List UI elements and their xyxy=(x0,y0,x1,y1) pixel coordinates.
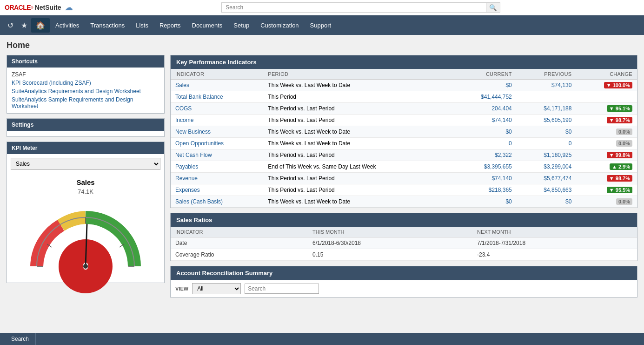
kpi-col-indicator: INDICATOR xyxy=(171,69,263,80)
page-title: Home xyxy=(7,41,637,50)
sr-header-row: INDICATOR THIS MONTH NEXT MONTH xyxy=(171,227,637,237)
kpi-indicator-link[interactable]: Open Opportunities xyxy=(175,140,224,147)
kpi-indicator-link[interactable]: Sales xyxy=(175,82,189,88)
nav-setup[interactable]: Setup xyxy=(228,15,255,35)
nav-transactions[interactable]: Transactions xyxy=(85,15,130,35)
kpi-indicator-link[interactable]: Payables xyxy=(175,163,198,170)
shortcut-suite-analytics-req[interactable]: SuiteAnalytics Requirements and Design W… xyxy=(7,87,164,95)
change-badge: ▼ 98.7% xyxy=(607,117,632,123)
nav-reports[interactable]: Reports xyxy=(154,15,186,35)
kpi-indicator-link[interactable]: Revenue xyxy=(175,175,198,182)
kpi-cell-current: $218,365 xyxy=(451,184,516,196)
kpi-cell-change: ▲ 2.9% xyxy=(576,161,637,173)
kpi-cell-previous: $5,677,474 xyxy=(517,173,577,184)
nav-bar: ↺ ★ 🏠 Activities Transactions Lists Repo… xyxy=(0,15,644,35)
kpi-indicator-link[interactable]: Expenses xyxy=(175,187,200,193)
kpi-cell-period: This Period vs. Last Period xyxy=(263,103,451,115)
kpi-cell-indicator: COGS xyxy=(171,103,263,115)
settings-panel-body xyxy=(7,131,164,136)
kpi-cell-current: 204,404 xyxy=(451,103,516,115)
kpi-meter-select[interactable]: Sales Revenue Expenses Income xyxy=(11,158,160,170)
kpi-table-row: Total Bank BalanceThis Period$41,444,752 xyxy=(171,91,637,103)
kpi-cell-current: $41,444,752 xyxy=(451,91,516,103)
right-column: Key Performance Indicators INDICATOR PER… xyxy=(170,55,637,302)
kpi-indicator-link[interactable]: Sales (Cash Basis) xyxy=(175,198,223,205)
search-button[interactable]: 🔍 xyxy=(486,2,500,13)
sr-cell-indicator: Date xyxy=(171,237,308,249)
sr-table-row: Date6/1/2018-6/30/20187/1/2018-7/31/2018 xyxy=(171,237,637,249)
sr-col-this-month: THIS MONTH xyxy=(308,227,472,237)
favorites-icon-button[interactable]: ★ xyxy=(17,19,31,32)
change-badge: 0.0% xyxy=(616,129,632,135)
kpi-cell-period: This Period vs. Last Period xyxy=(263,184,451,196)
home-icon-button[interactable]: 🏠 xyxy=(31,18,50,33)
cloud-icon: ☁ xyxy=(65,2,73,13)
kpi-cell-change: ▼ 95.5% xyxy=(576,184,637,196)
change-badge: 0.0% xyxy=(616,140,632,147)
sr-table-body: Date6/1/2018-6/30/20187/1/2018-7/31/2018… xyxy=(171,237,637,261)
kpi-cell-period: This Week vs. Last Week to Date xyxy=(263,138,451,149)
search-input[interactable] xyxy=(221,2,486,13)
kpi-cell-change: 0.0% xyxy=(576,126,637,138)
kpi-table-body: SalesThis Week vs. Last Week to Date$0$7… xyxy=(171,80,637,208)
ar-view-select[interactable]: All Reconciled Unreconciled xyxy=(192,283,241,294)
account-reconciliation-panel-header: Account Reconciliation Summary xyxy=(171,266,637,280)
shortcut-suite-analytics-sample[interactable]: SuiteAnalytics Sample Requirements and D… xyxy=(7,95,164,110)
sales-ratios-panel: Sales Ratios INDICATOR THIS MONTH NEXT M… xyxy=(170,213,637,261)
kpi-table-row: COGSThis Period vs. Last Period204,404$4… xyxy=(171,103,637,115)
change-badge: ▼ 99.8% xyxy=(607,152,632,158)
shortcuts-panel-header: Shortcuts xyxy=(7,55,164,68)
shortcut-kpi-scorecard[interactable]: KPI Scorecard (Including ZSAF) xyxy=(7,79,164,87)
sr-cell-indicator: Coverage Ratio xyxy=(171,249,308,261)
nav-activities[interactable]: Activities xyxy=(50,15,85,35)
kpi-cell-indicator: Total Bank Balance xyxy=(171,91,263,103)
kpi-meter-select-row: Sales Revenue Expenses Income xyxy=(7,154,164,174)
kpi-indicator-link[interactable]: Net Cash Flow xyxy=(175,152,212,158)
kpi-cell-change: ▼ 100.0% xyxy=(576,80,637,91)
kpi-table-row: Net Cash FlowThis Period vs. Last Period… xyxy=(171,149,637,161)
kpi-cell-indicator: Sales (Cash Basis) xyxy=(171,196,263,208)
change-badge: 0.0% xyxy=(616,198,632,205)
shortcuts-panel-body: ZSAF KPI Scorecard (Including ZSAF) Suit… xyxy=(7,68,164,113)
kpi-col-previous: PREVIOUS xyxy=(517,69,577,80)
kpi-table-row: IncomeThis Period vs. Last Period$74,140… xyxy=(171,115,637,126)
nav-lists[interactable]: Lists xyxy=(130,15,154,35)
search-bar: 🔍 xyxy=(221,2,500,13)
left-column: Shortcuts ZSAF KPI Scorecard (Including … xyxy=(7,55,165,288)
kpi-col-change: CHANGE xyxy=(576,69,637,80)
kpi-indicator-link[interactable]: COGS xyxy=(175,105,192,112)
kpi-indicator-link[interactable]: Income xyxy=(175,117,193,123)
kpi-cell-change: ▼ 98.7% xyxy=(576,173,637,184)
kpi-cell-previous: $5,605,190 xyxy=(517,115,577,126)
kpi-cell-indicator: Open Opportunities xyxy=(171,138,263,149)
netsuite-logo-text: NetSuite xyxy=(35,4,61,11)
kpi-cell-period: This Period vs. Last Period xyxy=(263,173,451,184)
kpi-cell-period: End of This Week vs. Same Day Last Week xyxy=(263,161,451,173)
sales-ratios-table: INDICATOR THIS MONTH NEXT MONTH Date6/1/… xyxy=(171,227,637,261)
nav-support[interactable]: Support xyxy=(305,15,337,35)
kpi-table-row: SalesThis Week vs. Last Week to Date$0$7… xyxy=(171,80,637,91)
sr-col-next-month: NEXT MONTH xyxy=(472,227,637,237)
change-badge: ▼ 98.7% xyxy=(607,175,632,182)
shortcut-zsaf: ZSAF xyxy=(7,70,164,79)
kpi-indicator-link[interactable]: New Business xyxy=(175,129,211,135)
history-icon-button[interactable]: ↺ xyxy=(4,19,17,32)
kpi-meter-title: Sales xyxy=(76,178,94,186)
nav-customization[interactable]: Customization xyxy=(255,15,304,35)
kpi-cell-change: ▼ 95.1% xyxy=(576,103,637,115)
account-reconciliation-panel: Account Reconciliation Summary VIEW All … xyxy=(170,266,637,298)
nav-documents[interactable]: Documents xyxy=(186,15,228,35)
kpi-cell-previous: $4,171,188 xyxy=(517,103,577,115)
kpi-cell-indicator: Revenue xyxy=(171,173,263,184)
ar-search-input[interactable] xyxy=(245,284,319,294)
kpi-cell-change: 0.0% xyxy=(576,196,637,208)
kpi-meter-panel-header: KPI Meter xyxy=(7,142,164,154)
kpi-cell-indicator: Net Cash Flow xyxy=(171,149,263,161)
kpi-cell-previous: $74,130 xyxy=(517,80,577,91)
sr-col-indicator: INDICATOR xyxy=(171,227,308,237)
kpi-meter-container: Sales 74.1K 0 xyxy=(7,174,164,283)
kpi-indicator-link[interactable]: Total Bank Balance xyxy=(175,94,223,100)
change-badge: ▲ 2.9% xyxy=(610,163,632,170)
kpi-table-row: RevenueThis Period vs. Last Period$74,14… xyxy=(171,173,637,184)
kpi-cell-period: This Period vs. Last Period xyxy=(263,149,451,161)
